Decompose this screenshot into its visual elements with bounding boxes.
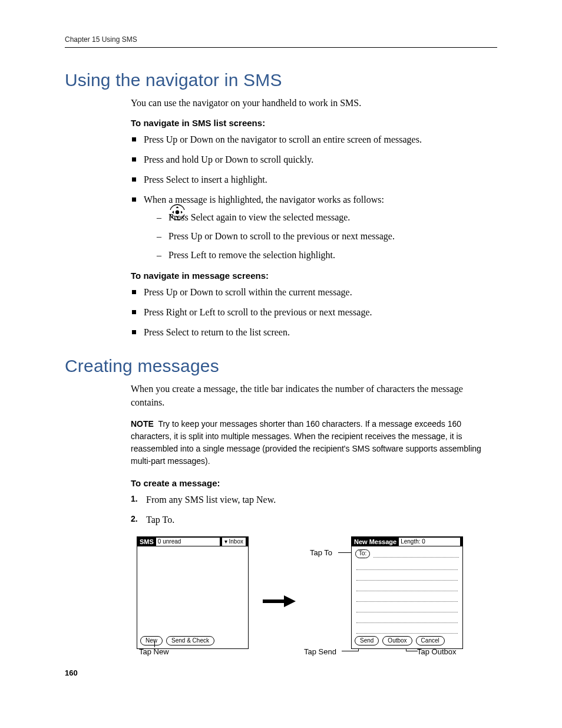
bullet-item: Press and hold Up or Down to scroll quic…: [131, 153, 497, 167]
callout-tap-new: Tap New: [139, 647, 169, 656]
palm-new-message-label: New Message: [354, 538, 396, 545]
svg-marker-6: [284, 595, 296, 607]
to-input-line[interactable]: [373, 550, 459, 558]
bullet-item: Press Right or Left to scroll to the pre…: [131, 305, 497, 319]
message-line[interactable]: [356, 570, 458, 581]
message-line[interactable]: [356, 612, 458, 623]
nested-item: Press Select again to view the selected …: [157, 210, 497, 225]
new-button[interactable]: New: [140, 636, 163, 645]
message-line[interactable]: [356, 602, 458, 612]
step-item: From any SMS list view, tap New.: [131, 493, 497, 507]
page-number: 160: [65, 668, 78, 677]
message-line[interactable]: [356, 559, 458, 570]
nested-item: Press Left to remove the selection highl…: [157, 248, 497, 262]
callout-tap-to: Tap To: [310, 548, 332, 557]
palm-screen-inbox: SMS 0 unread ▾ Inbox New Send & Check: [137, 536, 249, 649]
message-line[interactable]: [356, 591, 458, 602]
outbox-button[interactable]: Outbox: [382, 636, 412, 645]
arrow-icon: [263, 595, 296, 607]
callout-tap-send: Tap Send: [304, 647, 336, 656]
note-body: Try to keep your messages shorter than 1…: [131, 419, 481, 466]
send-button[interactable]: Send: [355, 636, 379, 645]
subhead-list-screens: To navigate in SMS list screens:: [131, 118, 497, 128]
message-line[interactable]: [356, 623, 458, 634]
note-label: NOTE: [131, 419, 154, 429]
section-heading-navigator: Using the navigator in SMS: [65, 70, 497, 90]
bullet-text: When a message is highlighted, the navig…: [144, 195, 384, 205]
bullet-item: Press Up or Down on the navigator to scr…: [131, 133, 497, 147]
palm-unread-status: 0 unread: [156, 538, 220, 546]
step-item: Tap To.: [131, 513, 497, 527]
bullet-item: Press Select to insert a highlight.: [131, 173, 497, 187]
palm-app-label: SMS: [140, 538, 154, 545]
message-line[interactable]: [356, 581, 458, 591]
intro-paragraph-2: When you create a message, the title bar…: [131, 382, 497, 409]
running-head: Chapter 15 Using SMS: [65, 35, 497, 48]
section-heading-creating: Creating messages: [65, 356, 497, 376]
to-button[interactable]: To:: [355, 549, 370, 558]
bullet-item: Press Up or Down to scroll within the cu…: [131, 285, 497, 299]
bullet-item: Press Select to return to the list scree…: [131, 325, 497, 340]
note-block: NOTE Try to keep your messages shorter t…: [131, 418, 497, 467]
nested-item: Press Up or Down to scroll to the previo…: [157, 229, 497, 243]
figure-row: SMS 0 unread ▾ Inbox New Send & Check Ta…: [137, 536, 497, 649]
intro-paragraph: You can use the navigator on your handhe…: [131, 96, 497, 110]
palm-folder-dropdown[interactable]: ▾ Inbox: [222, 538, 246, 546]
bullet-item: When a message is highlighted, the navig…: [131, 193, 497, 262]
subhead-create-message: To create a message:: [131, 478, 497, 488]
subhead-message-screens: To navigate in message screens:: [131, 271, 497, 281]
palm-screen-new-message: New Message Length: 0 To:: [351, 536, 463, 649]
cancel-button[interactable]: Cancel: [416, 636, 445, 645]
palm-length-status: Length: 0: [399, 538, 460, 546]
send-check-button[interactable]: Send & Check: [166, 636, 214, 645]
